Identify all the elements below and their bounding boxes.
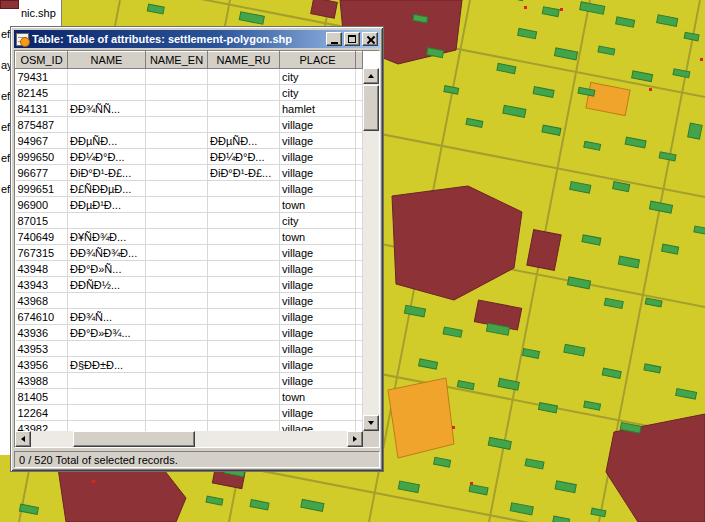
table-cell[interactable]: 12264 (16, 405, 68, 421)
table-row[interactable]: 43956 Ð§ÐÐ±Ð... village (16, 357, 363, 373)
close-button[interactable] (362, 32, 378, 46)
column-header[interactable]: NAME_EN (146, 52, 208, 69)
table-cell[interactable]: ÐiÐ°Ð¹-Ð£... (68, 165, 146, 181)
table-cell[interactable]: ÐÐ¾ÑÑ... (68, 101, 146, 117)
table-cell[interactable] (208, 309, 280, 325)
table-cell[interactable]: 999650 (16, 149, 68, 165)
table-cell[interactable]: 43948 (16, 261, 68, 277)
table-cell[interactable]: 43988 (16, 373, 68, 389)
table-cell[interactable] (208, 229, 280, 245)
table-cell[interactable] (68, 213, 146, 229)
table-cell[interactable]: 43968 (16, 293, 68, 309)
table-cell[interactable]: 96900 (16, 197, 68, 213)
table-cell[interactable]: ÐÐ¾ÑÐ¾Ð... (68, 245, 146, 261)
scroll-left-button[interactable] (15, 431, 31, 447)
table-row[interactable]: 767315 ÐÐ¾ÑÐ¾Ð... village (16, 245, 363, 261)
table-row[interactable]: 96677 ÐiÐ°Ð¹-Ð£... ÐiÐ°Ð¹-Ð£... village (16, 165, 363, 181)
table-row[interactable]: 81405 town (16, 389, 363, 405)
table-cell[interactable]: city (280, 85, 356, 101)
table-cell[interactable] (146, 261, 208, 277)
table-cell[interactable]: ÐÐ¾Ñ... (68, 309, 146, 325)
table-cell[interactable]: village (280, 405, 356, 421)
table-cell[interactable] (146, 389, 208, 405)
table-cell[interactable] (208, 117, 280, 133)
table-cell[interactable] (208, 69, 280, 85)
table-cell[interactable] (208, 261, 280, 277)
table-cell[interactable] (208, 373, 280, 389)
table-cell[interactable]: village (280, 245, 356, 261)
scroll-down-button[interactable] (363, 415, 379, 431)
table-cell[interactable] (208, 277, 280, 293)
table-cell[interactable] (68, 389, 146, 405)
table-row[interactable]: 43936 ÐÐ°Ð»Ð¾... village (16, 325, 363, 341)
table-cell[interactable]: 94967 (16, 133, 68, 149)
table-cell[interactable] (146, 373, 208, 389)
table-cell[interactable]: ÐÐ¼Ð°Ð... (68, 149, 146, 165)
table-cell[interactable]: village (280, 421, 356, 432)
table-cell[interactable] (68, 421, 146, 432)
table-row[interactable]: 12264 village (16, 405, 363, 421)
table-cell[interactable]: village (280, 117, 356, 133)
table-cell[interactable] (68, 373, 146, 389)
table-cell[interactable] (208, 293, 280, 309)
table-cell[interactable]: 43936 (16, 325, 68, 341)
table-row[interactable]: 999651 Ð£ÑÐÐµÐ... village (16, 181, 363, 197)
table-cell[interactable] (208, 405, 280, 421)
scroll-up-button[interactable] (363, 68, 379, 84)
table-cell[interactable]: ÐÐµÐ¹Ð... (68, 197, 146, 213)
table-cell[interactable]: Ð£ÑÐÐµÐ... (68, 181, 146, 197)
table-cell[interactable]: Ð§ÐÐ±Ð... (68, 357, 146, 373)
table-cell[interactable] (208, 245, 280, 261)
table-row[interactable]: 875487 village (16, 117, 363, 133)
table-row[interactable]: 43968 village (16, 293, 363, 309)
table-cell[interactable] (68, 85, 146, 101)
table-cell[interactable]: 875487 (16, 117, 68, 133)
table-row[interactable]: 82145 city (16, 85, 363, 101)
table-cell[interactable]: city (280, 69, 356, 85)
table-cell[interactable]: 767315 (16, 245, 68, 261)
table-cell[interactable]: village (280, 133, 356, 149)
table-cell[interactable] (146, 133, 208, 149)
table-cell[interactable]: 81405 (16, 389, 68, 405)
table-row[interactable]: 43948 ÐÐ°Ð»Ñ... village (16, 261, 363, 277)
table-row[interactable]: 999650 ÐÐ¼Ð°Ð... ÐÐ¼Ð°Ð... village (16, 149, 363, 165)
table-cell[interactable] (208, 325, 280, 341)
table-cell[interactable] (208, 181, 280, 197)
table-row[interactable]: 43988 village (16, 373, 363, 389)
table-cell[interactable]: village (280, 261, 356, 277)
table-cell[interactable] (208, 85, 280, 101)
table-cell[interactable] (146, 277, 208, 293)
table-cell[interactable]: 740649 (16, 229, 68, 245)
table-cell[interactable] (146, 405, 208, 421)
table-cell[interactable] (68, 341, 146, 357)
table-cell[interactable] (208, 101, 280, 117)
table-cell[interactable]: 43943 (16, 277, 68, 293)
table-cell[interactable]: village (280, 373, 356, 389)
vertical-scroll-thumb[interactable] (363, 85, 379, 131)
table-cell[interactable] (68, 69, 146, 85)
table-cell[interactable] (208, 341, 280, 357)
table-cell[interactable]: ÐÐÑÐ½... (68, 277, 146, 293)
table-row[interactable]: 84131 ÐÐ¾ÑÑ... hamlet (16, 101, 363, 117)
table-cell[interactable] (146, 229, 208, 245)
table-row[interactable]: 740649 Ð¥ÑÐ¾Ð... town (16, 229, 363, 245)
table-cell[interactable]: Ð¥ÑÐ¾Ð... (68, 229, 146, 245)
table-cell[interactable]: ÐÐµÑÐ... (68, 133, 146, 149)
table-cell[interactable]: 999651 (16, 181, 68, 197)
column-header[interactable]: NAME (68, 52, 146, 69)
table-cell[interactable]: ÐÐ°Ð»Ð¾... (68, 325, 146, 341)
table-row[interactable]: 87015 city (16, 213, 363, 229)
table-cell[interactable] (208, 213, 280, 229)
table-cell[interactable] (146, 325, 208, 341)
table-row[interactable]: 674610 ÐÐ¾Ñ... village (16, 309, 363, 325)
table-cell[interactable]: 79431 (16, 69, 68, 85)
table-cell[interactable]: 82145 (16, 85, 68, 101)
table-cell[interactable]: town (280, 229, 356, 245)
table-cell[interactable] (146, 245, 208, 261)
horizontal-scroll-thumb[interactable] (73, 431, 195, 447)
table-cell[interactable]: city (280, 213, 356, 229)
table-cell[interactable] (146, 165, 208, 181)
table-cell[interactable]: town (280, 197, 356, 213)
table-cell[interactable]: village (280, 149, 356, 165)
table-row[interactable]: 43943 ÐÐÑÐ½... village (16, 277, 363, 293)
